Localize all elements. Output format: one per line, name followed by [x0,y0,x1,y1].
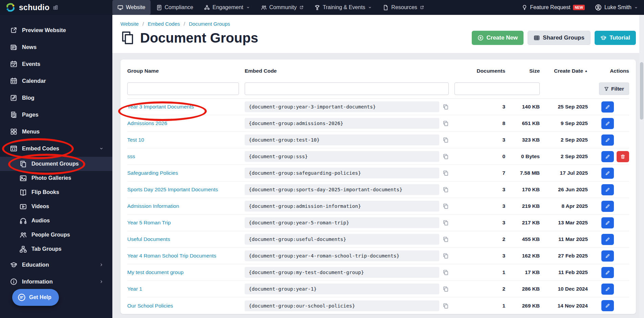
filter-button[interactable]: Filter [599,82,629,95]
copy-button[interactable] [443,269,449,275]
sidebar-item-news[interactable]: News [0,39,112,55]
sidebar-item-videos[interactable]: Videos [0,199,112,214]
nav-item-engagement[interactable]: Engagement [199,0,255,15]
scrollbar-thumb[interactable] [640,62,643,120]
group-name-link[interactable]: Admission Information [127,203,179,209]
flip-books-icon [20,189,27,196]
page-scrollbar[interactable] [639,15,644,318]
edit-button[interactable] [601,184,614,195]
copy-button[interactable] [443,137,449,143]
sidebar-item-embed-codes[interactable]: Embed Codes [0,140,112,157]
edit-button[interactable] [601,201,614,212]
group-name-link[interactable]: Useful Documents [127,236,170,242]
size-value: 286 KB [511,286,540,292]
copy-button[interactable] [443,236,449,242]
filter-documents-input[interactable] [454,82,540,95]
sidebar-item-tab-groups[interactable]: Tab Groups [0,242,112,256]
resources-icon [383,5,388,10]
sidebar-item-flip-books[interactable]: Flip Books [0,185,112,199]
column-header-size[interactable]: Size [511,68,540,74]
group-name-link[interactable]: Safeguarding Policies [127,170,178,176]
group-name-link[interactable]: Test 10 [127,137,144,143]
user-menu[interactable]: Luke Smith [595,4,638,11]
nav-item-community[interactable]: Community [256,0,309,15]
breadcrumb-website[interactable]: Website [120,21,139,27]
brand-logo[interactable]: schudio [0,3,112,12]
sidebar-item-photo-galleries[interactable]: Photo Galleries [0,171,112,185]
edit-button[interactable] [601,151,614,162]
nav-item-resources[interactable]: Resources [378,0,429,15]
copy-button[interactable] [443,104,449,110]
sidebar-item-people-groups[interactable]: People Groups [0,228,112,242]
column-header-group-name[interactable]: Group Name [127,68,239,74]
sidebar-item-education[interactable]: Education [0,256,112,273]
sidebar-item-document-groups[interactable]: Document Groups [0,157,112,171]
group-name-link[interactable]: Admissions 2026 [127,120,167,126]
edit-button[interactable] [601,234,614,245]
breadcrumb-document-groups[interactable]: Document Groups [189,21,230,27]
sidebar-item-events[interactable]: Events [0,55,112,72]
group-name-link[interactable]: Year 5 Roman Trip [127,220,171,225]
copy-button[interactable] [443,253,449,259]
feature-request-button[interactable]: Feature Request NEW [522,4,585,10]
create-new-button[interactable]: Create New [472,31,524,45]
filter-group-name-input[interactable] [127,82,239,95]
edit-button[interactable] [601,250,614,262]
organisation-icon[interactable] [53,5,58,10]
edit-button[interactable] [601,168,614,179]
edit-button[interactable] [601,101,614,113]
brand-name: schudio [19,3,49,12]
group-name-link[interactable]: Year 4 Roman School Trip Documents [127,253,216,259]
edit-button[interactable] [601,284,614,295]
edit-button[interactable] [601,300,614,311]
group-name-link[interactable]: My test document group [127,269,183,275]
breadcrumb-embed-codes[interactable]: Embed Codes [148,21,180,27]
document-pages-icon [120,31,135,45]
edit-button[interactable] [601,267,614,278]
column-header-create-date[interactable]: Create Date▲ [546,68,588,74]
sidebar-item-menus[interactable]: Menus [0,123,112,140]
edit-button[interactable] [601,134,614,146]
tab-groups-icon [20,246,27,253]
copy-button[interactable] [443,203,449,209]
size-value: 7.58 MB [511,170,540,176]
group-name-link[interactable]: sss [127,153,135,159]
get-help-button[interactable]: Get Help [12,289,59,306]
group-name-link[interactable]: Year 1 [127,286,142,292]
copy-button[interactable] [443,303,449,309]
shared-groups-button[interactable]: Shared Groups [528,31,591,45]
delete-button[interactable] [617,151,629,162]
nav-item-training-events[interactable]: Training & Events [309,0,377,15]
pencil-icon [605,253,610,259]
user-circle-icon [595,4,602,11]
edit-button[interactable] [601,217,614,228]
sidebar-item-information[interactable]: Information [0,273,112,290]
copy-button[interactable] [443,120,449,126]
copy-icon [443,104,449,110]
filter-embed-code-input[interactable] [245,82,449,95]
copy-button[interactable] [443,187,449,193]
copy-button[interactable] [443,153,449,160]
group-name-link[interactable]: Year 3 Important Documents [127,104,194,109]
copy-button[interactable] [443,220,449,226]
nav-item-compliance[interactable]: Compliance [151,0,198,15]
breadcrumb-separator: / [184,21,185,27]
copy-button[interactable] [443,286,449,292]
plus-circle-icon [478,35,484,41]
column-header-documents[interactable]: Documents [454,68,505,74]
column-header-embed-code[interactable]: Embed Code [245,68,449,74]
edit-button[interactable] [601,118,614,129]
sidebar-item-preview-website[interactable]: Preview Website [0,22,112,39]
sidebar-item-pages[interactable]: Pages [0,106,112,123]
embed-code-value: {document-group:year-3-important-documen… [245,101,439,112]
nav-item-website[interactable]: Website [112,0,151,15]
copy-icon [443,153,449,160]
sidebar-item-blog[interactable]: Blog [0,89,112,106]
sidebar-item-audios[interactable]: Audios [0,214,112,228]
group-name-link[interactable]: Our School Policies [127,303,173,309]
copy-button[interactable] [443,170,449,176]
tutorial-button[interactable]: Tutorial [595,31,636,45]
sidebar-item-calendar[interactable]: Calendar [0,72,112,89]
education-icon [10,261,17,268]
group-name-link[interactable]: Sports Day 2025 Important Documents [127,187,218,192]
